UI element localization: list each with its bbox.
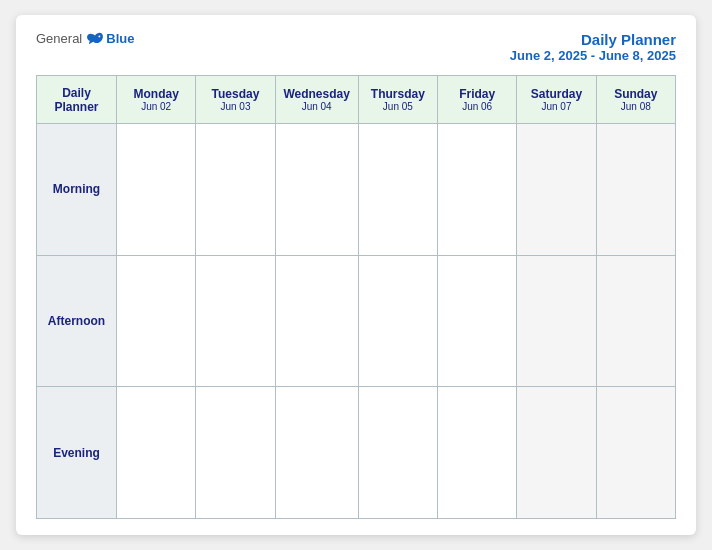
evening-sunday[interactable] bbox=[596, 387, 675, 519]
title-area: Daily Planner June 2, 2025 - June 8, 202… bbox=[510, 31, 676, 63]
afternoon-sunday[interactable] bbox=[596, 255, 675, 387]
daily-planner-header: Daily Planner bbox=[37, 76, 117, 124]
header-thursday: Thursday Jun 05 bbox=[358, 76, 437, 124]
morning-wednesday[interactable] bbox=[275, 124, 358, 256]
evening-tuesday[interactable] bbox=[196, 387, 275, 519]
header: General Blue Daily Planner June 2, 2025 … bbox=[36, 31, 676, 63]
svg-point-0 bbox=[99, 35, 101, 37]
header-sunday: Sunday Jun 08 bbox=[596, 76, 675, 124]
logo-general-text: General bbox=[36, 31, 82, 46]
morning-saturday[interactable] bbox=[517, 124, 596, 256]
logo-blue-text: Blue bbox=[106, 31, 134, 46]
evening-wednesday[interactable] bbox=[275, 387, 358, 519]
header-friday: Friday Jun 06 bbox=[438, 76, 517, 124]
afternoon-label: Afternoon bbox=[37, 255, 117, 387]
morning-label: Morning bbox=[37, 124, 117, 256]
evening-thursday[interactable] bbox=[358, 387, 437, 519]
afternoon-wednesday[interactable] bbox=[275, 255, 358, 387]
afternoon-saturday[interactable] bbox=[517, 255, 596, 387]
dp-label2: Planner bbox=[41, 100, 112, 114]
afternoon-monday[interactable] bbox=[117, 255, 196, 387]
evening-saturday[interactable] bbox=[517, 387, 596, 519]
morning-thursday[interactable] bbox=[358, 124, 437, 256]
logo-bird-icon bbox=[86, 32, 104, 46]
evening-row: Evening bbox=[37, 387, 676, 519]
evening-monday[interactable] bbox=[117, 387, 196, 519]
page: General Blue Daily Planner June 2, 2025 … bbox=[16, 15, 696, 535]
morning-row: Morning bbox=[37, 124, 676, 256]
calendar-table: Daily Planner Monday Jun 02 Tuesday Jun … bbox=[36, 75, 676, 519]
morning-sunday[interactable] bbox=[596, 124, 675, 256]
header-tuesday: Tuesday Jun 03 bbox=[196, 76, 275, 124]
afternoon-friday[interactable] bbox=[438, 255, 517, 387]
dp-label1: Daily bbox=[41, 86, 112, 100]
column-headers: Daily Planner Monday Jun 02 Tuesday Jun … bbox=[37, 76, 676, 124]
morning-friday[interactable] bbox=[438, 124, 517, 256]
logo-area: General Blue bbox=[36, 31, 134, 46]
afternoon-row: Afternoon bbox=[37, 255, 676, 387]
date-range: June 2, 2025 - June 8, 2025 bbox=[510, 48, 676, 63]
afternoon-thursday[interactable] bbox=[358, 255, 437, 387]
page-title: Daily Planner bbox=[510, 31, 676, 48]
morning-monday[interactable] bbox=[117, 124, 196, 256]
header-monday: Monday Jun 02 bbox=[117, 76, 196, 124]
logo: General Blue bbox=[36, 31, 134, 46]
header-wednesday: Wednesday Jun 04 bbox=[275, 76, 358, 124]
header-saturday: Saturday Jun 07 bbox=[517, 76, 596, 124]
evening-label: Evening bbox=[37, 387, 117, 519]
afternoon-tuesday[interactable] bbox=[196, 255, 275, 387]
morning-tuesday[interactable] bbox=[196, 124, 275, 256]
evening-friday[interactable] bbox=[438, 387, 517, 519]
